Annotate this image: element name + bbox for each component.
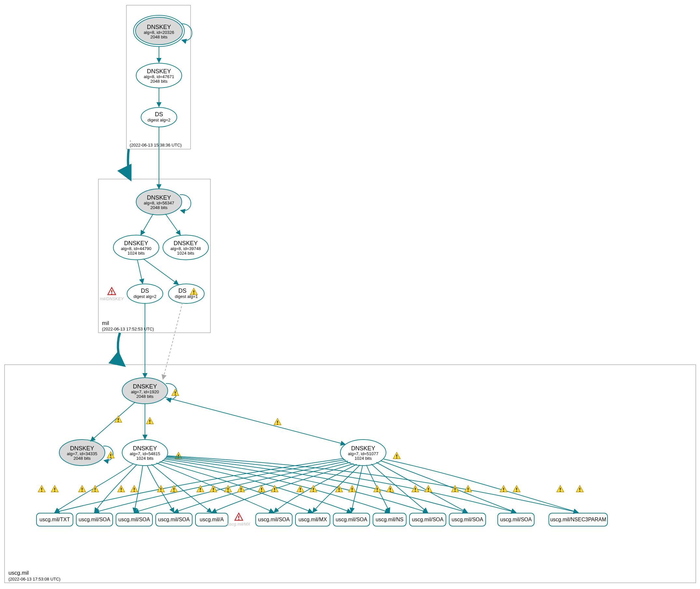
svg-text:DNSKEY: DNSKEY	[174, 240, 198, 246]
svg-text:alg=8, id=56347: alg=8, id=56347	[144, 201, 174, 205]
rr-soa-3[interactable]: uscg.mil/SOA	[156, 513, 192, 526]
edge-milksk-zsk2	[165, 214, 180, 235]
svg-text:2048 bits: 2048 bits	[151, 34, 168, 39]
svg-text:uscg.mil/SOA: uscg.mil/SOA	[452, 517, 483, 522]
edge-milksk-zsk1	[141, 214, 153, 235]
rr-soa-8[interactable]: uscg.mil/SOA	[498, 513, 534, 526]
svg-text:2048 bits: 2048 bits	[137, 394, 154, 399]
svg-text:uscg.mil/A: uscg.mil/A	[200, 517, 224, 522]
svg-text:uscg.mil/SOA: uscg.mil/SOA	[412, 517, 444, 522]
rr-ns[interactable]: uscg.mil/NS	[373, 513, 406, 526]
svg-text:alg=7, id=1920: alg=7, id=1920	[131, 389, 159, 394]
svg-text:DNSKEY: DNSKEY	[133, 445, 157, 451]
rr-soa-7[interactable]: uscg.mil/SOA	[449, 513, 486, 526]
svg-text:2048 bits: 2048 bits	[151, 205, 168, 210]
rr-soa-5[interactable]: uscg.mil/SOA	[333, 513, 370, 526]
svg-text:DS: DS	[141, 287, 149, 294]
mil-ds1-node[interactable]: DS digest alg=2	[127, 284, 163, 304]
deleg-mil-uscg	[118, 333, 124, 365]
rr-row: uscg.mil/TXT uscg.mil/SOA uscg.mil/SOA u…	[36, 513, 607, 527]
svg-text:DS: DS	[155, 111, 163, 118]
svg-text:alg=8, id=47671: alg=8, id=47671	[144, 74, 174, 79]
svg-text:alg=8, id=44790: alg=8, id=44790	[121, 246, 151, 251]
edge-milds2-uksk-dashed	[163, 303, 182, 379]
zone-uscg-box	[5, 365, 696, 583]
svg-text:alg=8, id=39748: alg=8, id=39748	[170, 246, 201, 251]
rr-nsec3param[interactable]: uscg.mil/NSEC3PARAM	[549, 513, 607, 526]
svg-text:uscg.mil/SOA: uscg.mil/SOA	[158, 517, 190, 522]
svg-text:DNSKEY: DNSKEY	[124, 240, 148, 246]
rr-soa-2[interactable]: uscg.mil/SOA	[116, 513, 152, 526]
svg-text:uscg.mil/SOA: uscg.mil/SOA	[336, 517, 367, 522]
root-zsk-node[interactable]: DNSKEY alg=8, id=47671 2048 bits	[136, 63, 182, 88]
edge-milzsk1-ds1	[138, 260, 143, 283]
uscg-key-34335-node[interactable]: DNSKEY alg=7, id=34335 2048 bits	[59, 439, 105, 465]
rr-soa-6[interactable]: uscg.mil/SOA	[409, 513, 446, 526]
svg-text:digest alg=2: digest alg=2	[148, 118, 170, 123]
deleg-root-mil	[128, 149, 130, 179]
rr-mx-error: uscg.mil/MX	[227, 513, 251, 527]
svg-text:uscg.mil/MX: uscg.mil/MX	[227, 522, 251, 527]
uscg-zsk-54815-node[interactable]: DNSKEY alg=7, id=54815 1024 bits	[122, 439, 168, 465]
zone-root-name: .	[130, 137, 131, 143]
zone-root-time: (2022-06-13 15:38:36 UTC)	[130, 143, 182, 148]
svg-text:uscg.mil/TXT: uscg.mil/TXT	[39, 517, 70, 522]
warn-icon	[393, 452, 400, 459]
warn-icon	[146, 417, 153, 424]
svg-text:2048 bits: 2048 bits	[73, 456, 91, 461]
svg-text:uscg.mil/NSEC3PARAM: uscg.mil/NSEC3PARAM	[550, 517, 606, 522]
zone-mil-name: mil	[102, 320, 109, 326]
mil-ds2-node[interactable]: DS digest alg=1	[168, 284, 204, 304]
dnssec-graph: . (2022-06-13 15:38:36 UTC) mil (2022-06…	[0, 0, 700, 589]
svg-text:DS: DS	[178, 287, 186, 294]
uscg-ksk-node[interactable]: DNSKEY alg=7, id=1920 2048 bits	[122, 378, 168, 404]
root-ksk-node[interactable]: DNSKEY alg=8, id=20326 2048 bits	[134, 15, 184, 46]
mil-dnskey-error-label: mil/DNSKEY	[100, 296, 124, 301]
svg-text:uscg.mil/SOA: uscg.mil/SOA	[500, 517, 532, 522]
uscg-zsk-51077-node[interactable]: DNSKEY alg=7, id=51077 1024 bits	[340, 439, 386, 465]
rr-a[interactable]: uscg.mil/A	[195, 513, 228, 526]
warn-icon	[172, 389, 179, 396]
svg-text:1024 bits: 1024 bits	[177, 251, 194, 255]
svg-text:1024 bits: 1024 bits	[137, 456, 154, 461]
mil-ksk-node[interactable]: DNSKEY alg=8, id=56347 2048 bits	[136, 189, 182, 215]
svg-text:2048 bits: 2048 bits	[151, 79, 168, 84]
zone-mil-time: (2022-06-13 17:52:53 UTC)	[102, 327, 154, 332]
svg-text:alg=7, id=34335: alg=7, id=34335	[67, 451, 97, 456]
svg-text:digest alg=2: digest alg=2	[134, 294, 156, 299]
rr-txt[interactable]: uscg.mil/TXT	[36, 513, 73, 526]
mil-zsk2-node[interactable]: DNSKEY alg=8, id=39748 1024 bits	[163, 235, 208, 260]
svg-text:alg=8, id=20326: alg=8, id=20326	[144, 30, 174, 35]
svg-text:uscg.mil/SOA: uscg.mil/SOA	[258, 517, 290, 522]
zone-uscg-name: uscg.mil	[8, 570, 29, 576]
svg-text:uscg.mil/SOA: uscg.mil/SOA	[119, 517, 150, 522]
svg-text:1024 bits: 1024 bits	[128, 251, 145, 255]
zone-uscg-time: (2022-06-13 17:53:08 UTC)	[8, 577, 60, 582]
mil-zsk1-node[interactable]: DNSKEY alg=8, id=44790 1024 bits	[113, 235, 159, 260]
svg-text:DNSKEY: DNSKEY	[147, 68, 171, 74]
root-ds-node[interactable]: DS digest alg=2	[141, 108, 177, 127]
rr-soa-4[interactable]: uscg.mil/SOA	[256, 513, 292, 526]
svg-text:uscg.mil/MX: uscg.mil/MX	[298, 517, 327, 522]
edges-z2-to-rr	[55, 458, 578, 513]
svg-text:alg=7, id=54815: alg=7, id=54815	[130, 451, 160, 456]
rr-soa-1[interactable]: uscg.mil/SOA	[76, 513, 113, 526]
svg-text:uscg.mil/SOA: uscg.mil/SOA	[79, 517, 111, 522]
svg-text:uscg.mil/NS: uscg.mil/NS	[376, 517, 403, 522]
root-ksk-selfsig	[181, 24, 192, 41]
warn-icon	[274, 418, 281, 425]
error-icon	[108, 287, 116, 294]
edge-milzsk1-ds2	[143, 259, 178, 284]
svg-text:DNSKEY: DNSKEY	[147, 24, 171, 30]
rr-mx[interactable]: uscg.mil/MX	[296, 513, 330, 526]
svg-text:1024 bits: 1024 bits	[355, 456, 372, 461]
svg-text:DNSKEY: DNSKEY	[351, 445, 375, 451]
svg-text:alg=7, id=51077: alg=7, id=51077	[348, 451, 378, 456]
svg-text:DNSKEY: DNSKEY	[70, 445, 94, 451]
svg-text:DNSKEY: DNSKEY	[133, 383, 157, 390]
svg-text:DNSKEY: DNSKEY	[147, 194, 171, 201]
